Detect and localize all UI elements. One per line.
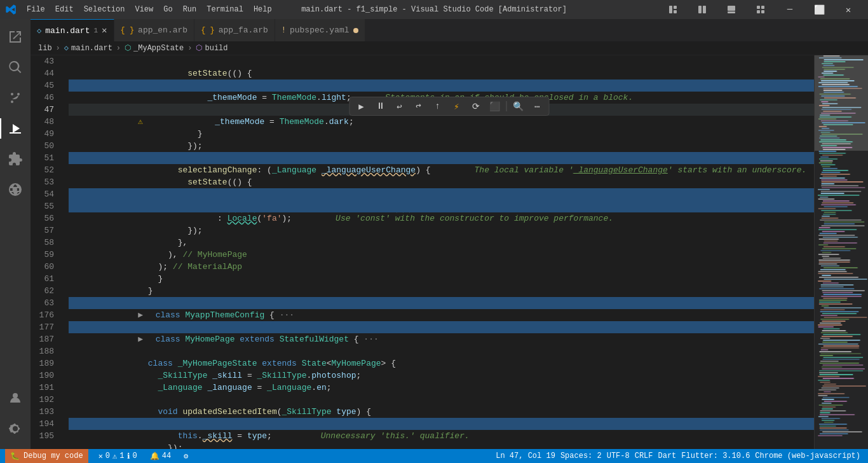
status-flutter[interactable]: Flutter: 3.10.6 <box>679 449 752 463</box>
line-51: 51 <box>31 152 59 164</box>
window-title: main.dart - f1_simple - Visual Studio Co… <box>301 5 567 14</box>
menu-selection[interactable]: Selection <box>79 0 130 19</box>
menu-terminal[interactable]: Terminal <box>201 0 248 19</box>
title-bar-left: File Edit Selection View Go Run Terminal… <box>5 0 277 19</box>
activity-search[interactable] <box>0 52 31 83</box>
debug-restart-btn[interactable]: ⟳ <box>467 99 485 114</box>
debug-step-over-btn[interactable]: ↩ <box>391 99 409 114</box>
line-numbers: 43 44 45 46 47 48 49 50 51 52 53 54 55 5… <box>31 55 65 449</box>
line-60: 60 <box>31 261 59 273</box>
minimap[interactable] <box>814 55 868 449</box>
error-count: 0 <box>105 452 110 460</box>
breadcrumb: lib › ◇ main.dart › ⬡ _MyAppState › ⬡ bu… <box>31 41 868 55</box>
tab-app-fa-arb[interactable]: { } app_fa.arb <box>194 19 275 41</box>
breadcrumb-method[interactable]: ⬡ build <box>196 43 227 53</box>
status-remote[interactable]: ⚙ <box>181 449 191 463</box>
svg-rect-14 <box>10 132 21 134</box>
debug-hot-reload-btn[interactable]: ⚡ <box>448 99 466 114</box>
code-line-63: ▶ class MyappThemeConfig { ··· <box>69 297 814 309</box>
flutter-text: Flutter: 3.10.6 <box>681 452 750 460</box>
activity-account[interactable] <box>0 383 31 413</box>
code-line-59: ); // MaterialApp <box>69 249 814 261</box>
code-line-54: ? Locale('en') Use 'const' with the cons… <box>69 188 814 200</box>
debug-stop-btn[interactable]: ⬛ <box>486 99 504 114</box>
debug-separator <box>506 101 507 111</box>
menu-edit[interactable]: Edit <box>50 0 79 19</box>
status-right: Ln 47, Col 19 Spaces: 2 UTF-8 CRLF Dart … <box>493 449 863 463</box>
code-line-45: _themeMode = ThemeMode.light; Statements… <box>69 79 814 92</box>
customize-layout-icon[interactable] <box>746 0 775 19</box>
menu-go[interactable]: Go <box>158 0 177 19</box>
debug-step-out-btn[interactable]: ↑ <box>429 99 447 114</box>
tab-app-en-arb[interactable]: { } app_en.arb <box>114 19 195 41</box>
line-50: 50 <box>31 140 59 152</box>
line-49: 49 <box>31 128 59 140</box>
minimize-button[interactable]: ─ <box>775 0 804 19</box>
activity-remote[interactable] <box>0 174 31 205</box>
split-icon[interactable] <box>688 0 717 19</box>
line-187: 187 <box>31 333 59 345</box>
breadcrumb-class[interactable]: ⬡ _MyAppState <box>125 43 184 53</box>
browser-text: Chrome (web-javascript) <box>755 452 860 460</box>
svg-rect-5 <box>728 6 735 11</box>
maximize-button[interactable]: ⬜ <box>804 0 834 19</box>
breadcrumb-sep2: › <box>116 44 121 53</box>
menu-run[interactable]: Run <box>178 0 202 19</box>
close-button[interactable]: ✕ <box>834 0 863 19</box>
debug-pause-btn[interactable]: ⏸ <box>372 99 390 114</box>
breadcrumb-sep1: › <box>56 44 60 53</box>
line-195: 195 <box>31 430 59 442</box>
encoding-text: UTF-8 <box>607 452 630 460</box>
code-line-51: selectlangChange: (_Language _languageUs… <box>69 152 814 164</box>
tab-close-icon[interactable]: ✕ <box>102 26 107 35</box>
panel-icon[interactable] <box>717 0 746 19</box>
main-layout: ◇ main.dart 1 ✕ { } app_en.arb { } app_f… <box>0 19 868 449</box>
code-line-195: }); <box>69 430 814 442</box>
svg-rect-3 <box>698 6 702 13</box>
status-debug-label[interactable]: 🐛 Debug my code <box>5 449 88 463</box>
code-line-187 <box>69 333 814 345</box>
arb-icon: { } <box>121 26 135 35</box>
layout-icon[interactable] <box>658 0 688 19</box>
line-53: 53 <box>31 176 59 188</box>
error-icon: ✕ <box>98 452 103 461</box>
activity-run-debug[interactable] <box>0 113 31 144</box>
tab-label: pubspec.yaml <box>290 25 349 35</box>
debug-search-btn[interactable]: 🔍 <box>510 99 527 114</box>
menu-file[interactable]: File <box>22 0 50 19</box>
activity-explorer[interactable] <box>0 22 31 52</box>
line-177: 177 <box>31 321 59 333</box>
svg-point-11 <box>11 93 13 95</box>
code-line-190: _Language _language = _Language.en; <box>69 370 814 382</box>
menu-help[interactable]: Help <box>248 0 277 19</box>
status-language[interactable]: Dart <box>656 449 679 463</box>
tab-label: app_en.arb <box>138 25 187 35</box>
activity-bar <box>0 19 31 449</box>
tab-pubspec-yaml[interactable]: ! pubspec.yaml <box>275 19 365 41</box>
status-bar: 🐛 Debug my code ✕ 0 ⚠ 1 ℹ 0 🔔 44 ⚙ Ln 47… <box>0 449 868 463</box>
breadcrumb-lib[interactable]: lib <box>38 44 52 53</box>
breadcrumb-file[interactable]: ◇ main.dart <box>64 43 112 53</box>
menu-view[interactable]: View <box>130 0 158 19</box>
svg-rect-6 <box>728 11 735 13</box>
position-text: Ln 47, Col 19 <box>496 452 555 460</box>
status-encoding[interactable]: UTF-8 <box>604 449 632 463</box>
line-58: 58 <box>31 237 59 249</box>
tab-main-dart[interactable]: ◇ main.dart 1 ✕ <box>31 19 114 41</box>
yaml-icon: ! <box>281 26 286 35</box>
debug-more-btn[interactable]: ⋯ <box>529 99 546 114</box>
status-position[interactable]: Ln 47, Col 19 <box>493 449 558 463</box>
status-errors[interactable]: ✕ 0 ⚠ 1 ℹ 0 <box>96 449 140 463</box>
debug-continue-btn[interactable]: ▶ <box>353 99 370 114</box>
line-192: 192 <box>31 394 59 406</box>
svg-point-13 <box>11 100 13 103</box>
line-190: 190 <box>31 370 59 382</box>
status-notifications[interactable]: 🔔 44 <box>147 449 173 463</box>
debug-step-into-btn[interactable]: ↩ <box>410 99 428 114</box>
activity-source-control[interactable] <box>0 83 31 113</box>
activity-settings[interactable] <box>0 413 31 444</box>
status-browser[interactable]: Chrome (web-javascript) <box>752 449 863 463</box>
status-spaces[interactable]: Spaces: 2 <box>558 449 604 463</box>
status-line-ending[interactable]: CRLF <box>632 449 656 463</box>
activity-extensions[interactable] <box>0 144 31 174</box>
